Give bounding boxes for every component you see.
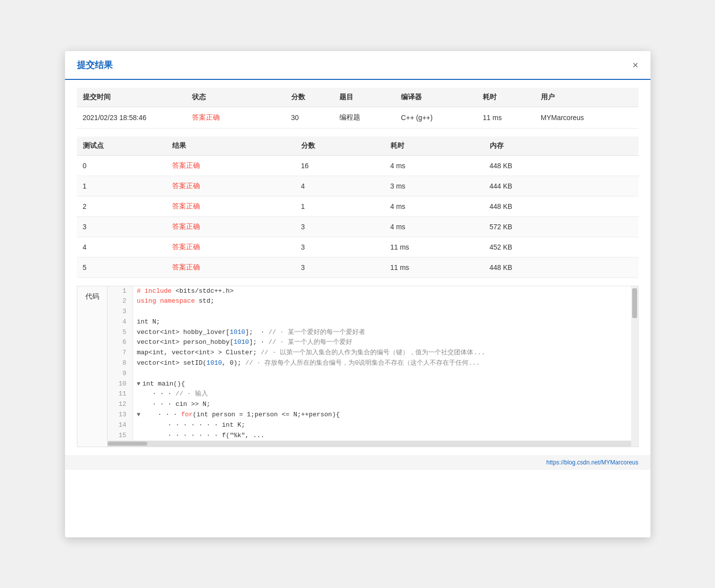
code-line: 9 <box>108 369 631 379</box>
submit-score: 30 <box>285 107 334 128</box>
tp-score: 1 <box>295 196 385 216</box>
line-number: 8 <box>108 358 133 369</box>
submit-status: 答案正确 <box>186 107 285 128</box>
modal-body: 提交时间 状态 分数 题目 编译器 耗时 用户 2021/02/23 18:58… <box>65 80 650 456</box>
code-label: 代码 <box>77 286 108 447</box>
testpoint-row: 5 答案正确 3 11 ms 448 KB <box>77 257 639 277</box>
line-number: 7 <box>108 348 133 358</box>
tp-score: 3 <box>295 216 385 237</box>
tp-memory: 444 KB <box>484 176 639 196</box>
line-content: map<int, vector<int> > Cluster; // · 以第一… <box>133 348 631 358</box>
tp-score: 4 <box>295 176 385 196</box>
submit-compiler: C++ (g++) <box>395 107 477 128</box>
code-line: 6 vector<int> person_hobby[1010]; · // ·… <box>108 337 631 348</box>
modal-header: 提交结果 × <box>65 51 650 80</box>
line-number: 15 <box>108 431 133 441</box>
testpoint-row: 0 答案正确 16 4 ms 448 KB <box>77 155 639 176</box>
testpoint-table: 测试点 结果 分数 耗时 内存 0 答案正确 16 4 ms 448 KB 1 … <box>77 136 639 278</box>
code-line: 8 vector<int> setID(1010, 0); // · 存放每个人… <box>108 358 631 369</box>
tp-time: 4 ms <box>385 196 484 216</box>
submit-time-used: 11 ms <box>477 107 535 128</box>
line-content: · · · · · · · int K; <box>133 420 631 431</box>
code-line: 13 ▼ · · · for(int person = 1;person <= … <box>108 410 631 420</box>
line-content: · · · // · 输入 <box>133 389 631 399</box>
tp-col-result: 结果 <box>166 136 295 156</box>
close-button[interactable]: × <box>633 60 639 70</box>
col-header-compiler: 编译器 <box>395 88 477 107</box>
testpoint-row: 1 答案正确 4 3 ms 444 KB <box>77 176 639 196</box>
horizontal-scrollbar[interactable] <box>108 441 631 447</box>
tp-result: 答案正确 <box>166 216 295 237</box>
tp-id: 4 <box>77 237 166 257</box>
code-line: 14 · · · · · · · int K; <box>108 420 631 431</box>
col-header-user: 用户 <box>535 88 639 107</box>
tp-col-score: 分数 <box>295 136 385 156</box>
testpoint-row: 4 答案正确 3 11 ms 452 KB <box>77 237 639 257</box>
tp-col-time: 耗时 <box>385 136 484 156</box>
line-content: int N; <box>133 317 631 327</box>
tp-id: 1 <box>77 176 166 196</box>
tp-result: 答案正确 <box>166 257 295 277</box>
col-header-problem: 题目 <box>333 88 395 107</box>
line-content: vector<int> setID(1010, 0); // · 存放每个人所在… <box>133 358 631 369</box>
tp-memory: 448 KB <box>484 257 639 277</box>
line-number: 9 <box>108 369 133 379</box>
tp-time: 3 ms <box>385 176 484 196</box>
tp-id: 5 <box>77 257 166 277</box>
tp-score: 16 <box>295 155 385 176</box>
line-content <box>133 307 631 317</box>
col-header-submit-time: 提交时间 <box>77 88 186 107</box>
code-line: 15 · · · · · · · f("%k", ... <box>108 431 631 441</box>
line-number: 12 <box>108 399 133 410</box>
scrollbar-track[interactable] <box>108 442 631 446</box>
code-line: 7 map<int, vector<int> > Cluster; // · 以… <box>108 348 631 358</box>
submission-row: 2021/02/23 18:58:46 答案正确 30 编程题 C++ (g++… <box>77 107 639 128</box>
line-number: 1 <box>108 286 133 297</box>
vertical-scrollbar[interactable] <box>631 286 638 447</box>
tp-time: 11 ms <box>385 257 484 277</box>
line-content: · · · · · · · f("%k", ... <box>133 431 631 441</box>
status-correct-label: 答案正确 <box>192 113 220 121</box>
tp-memory: 572 KB <box>484 216 639 237</box>
code-line: 3 <box>108 307 631 317</box>
code-line: 2 using namespace std; <box>108 296 631 307</box>
modal-footer: https://blog.csdn.net/MYMarcoreus <box>65 455 650 470</box>
code-section: 代码 1 # include <bits/stdc++.h> 2 using n… <box>77 286 639 448</box>
tp-result: 答案正确 <box>166 196 295 216</box>
tp-memory: 448 KB <box>484 155 639 176</box>
tp-score: 3 <box>295 257 385 277</box>
testpoint-section: 测试点 结果 分数 耗时 内存 0 答案正确 16 4 ms 448 KB 1 … <box>77 136 639 278</box>
tp-col-id: 测试点 <box>77 136 166 156</box>
line-number: 10 <box>108 379 133 390</box>
testpoint-row: 3 答案正确 3 4 ms 572 KB <box>77 216 639 237</box>
line-content: # include <bits/stdc++.h> <box>133 286 631 297</box>
v-scrollbar-thumb[interactable] <box>632 288 637 318</box>
tp-id: 0 <box>77 155 166 176</box>
footer-link[interactable]: https://blog.csdn.net/MYMarcoreus <box>546 459 638 466</box>
line-content: ▼ · · · for(int person = 1;person <= N;+… <box>133 410 631 420</box>
line-number: 13 <box>108 410 133 420</box>
scrollbar-thumb[interactable] <box>108 442 147 446</box>
code-line: 5 vector<int> hobby_lover[1010]; · // · … <box>108 327 631 338</box>
code-line: 1 # include <bits/stdc++.h> <box>108 286 631 297</box>
code-line: 12 · · · cin >> N; <box>108 399 631 410</box>
tp-result: 答案正确 <box>166 237 295 257</box>
code-editor[interactable]: 1 # include <bits/stdc++.h> 2 using name… <box>108 286 631 441</box>
line-number: 6 <box>108 337 133 348</box>
tp-memory: 452 KB <box>484 237 639 257</box>
submit-problem: 编程题 <box>333 107 395 128</box>
tp-id: 2 <box>77 196 166 216</box>
line-number: 3 <box>108 307 133 317</box>
code-line: 10 ▼int main(){ <box>108 379 631 390</box>
tp-time: 4 ms <box>385 216 484 237</box>
col-header-status: 状态 <box>186 88 285 107</box>
line-number: 4 <box>108 317 133 327</box>
testpoint-row: 2 答案正确 1 4 ms 448 KB <box>77 196 639 216</box>
line-content: vector<int> hobby_lover[1010]; · // · 某一… <box>133 327 631 338</box>
tp-score: 3 <box>295 237 385 257</box>
line-number: 14 <box>108 420 133 431</box>
modal-title: 提交结果 <box>77 59 113 71</box>
modal-container: 提交结果 × 提交时间 状态 分数 题目 编译器 耗时 用户 2021/02/2… <box>65 51 650 537</box>
tp-result: 答案正确 <box>166 155 295 176</box>
tp-id: 3 <box>77 216 166 237</box>
